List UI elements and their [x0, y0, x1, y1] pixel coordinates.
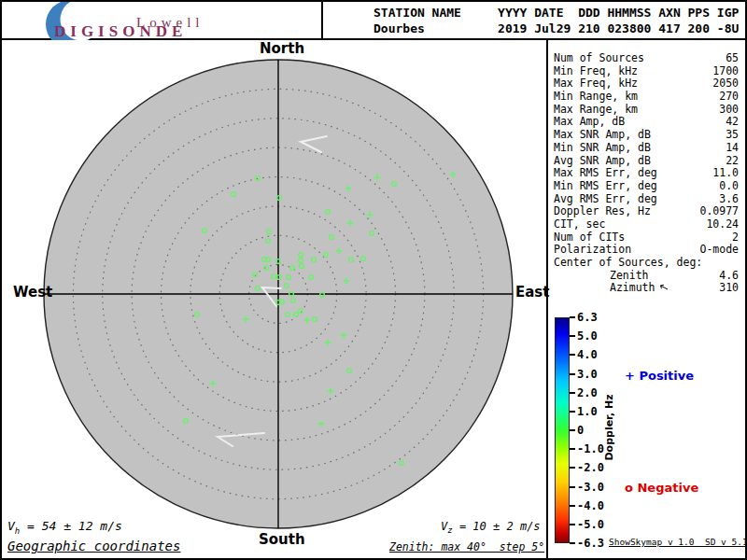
stat-label: Max Freq, kHz — [554, 77, 638, 91]
coordinates-mode-label: Geographic coordinates — [7, 539, 180, 553]
colorbar-title: Doppler, Hz — [603, 371, 616, 483]
stat-label: Center of Sources, deg: — [554, 257, 702, 270]
stat-label: Zenith — [610, 270, 649, 283]
stat-spacer — [644, 52, 726, 65]
stat-row: Avg RMS Err, deg3.6 — [550, 193, 744, 206]
software-version-label: ShowSkymap v 1.0 SD v 5.1 — [609, 537, 747, 547]
colorbar-tick-label: 1.0 — [577, 406, 598, 417]
stat-row: Max Range, km300 — [550, 104, 744, 117]
station-header-labels: STATION NAME YYYY DATE DDD HHMMSS AXN PP… — [374, 6, 739, 20]
stat-value: 42 — [726, 116, 739, 129]
stat-value: 11.0 — [712, 167, 739, 180]
stat-label: Doppler Res, Hz — [554, 205, 651, 218]
stat-spacer — [651, 155, 726, 168]
stat-value: 35 — [726, 129, 739, 142]
stat-spacer — [651, 142, 726, 155]
stat-label: Min RMS Err, deg — [554, 180, 657, 193]
colorbar-tick — [570, 467, 575, 469]
stat-label: Min Freq, kHz — [554, 65, 638, 78]
stat-row: Center of Sources, deg: — [550, 257, 744, 270]
stat-spacer — [657, 167, 713, 180]
stat-label: Polarization — [554, 244, 631, 257]
colorbar-tick-label: -1.0 — [577, 443, 604, 455]
colorbar-tick-label: -2.0 — [577, 462, 604, 473]
stat-row: Max SNR Amp, dB35 — [550, 129, 744, 142]
doppler-colorbar — [555, 317, 570, 543]
stat-spacer — [631, 244, 699, 257]
positive-doppler-legend: + Positive — [625, 369, 694, 383]
stat-value: 65 — [726, 52, 739, 65]
compass-south-label: South — [259, 531, 305, 548]
stat-spacer — [657, 193, 719, 206]
stat-value: 22 — [726, 155, 739, 168]
negative-doppler-legend: o Negative — [625, 481, 698, 495]
stat-spacer — [605, 218, 706, 231]
stat-spacer — [669, 282, 719, 295]
stat-label: Azimuth — [610, 282, 655, 295]
stat-label: Num of Sources — [554, 52, 644, 65]
colorbar-tick — [570, 316, 575, 318]
stat-value: 0.0977 — [699, 205, 739, 218]
stat-spacer — [638, 77, 712, 91]
stat-row: Min RMS Err, deg0.0 — [550, 180, 744, 193]
stat-value: 0.0 — [719, 180, 739, 193]
stat-label: Max RMS Err, deg — [554, 167, 657, 180]
header-bar: Lowell DIGISONDE STATION NAME YYYY DATE … — [0, 0, 747, 40]
stat-row: Max RMS Err, deg11.0 — [550, 167, 744, 180]
stat-row: Num of CITs2 — [550, 231, 744, 245]
colorbar-tick — [570, 542, 575, 544]
colorbar-tick — [570, 486, 575, 488]
azimuth-direction-icon — [658, 282, 669, 295]
colorbar-tick-label: 0 — [577, 425, 584, 436]
stat-row: Num of Sources65 — [550, 52, 744, 65]
stat-value: 4.6 — [719, 270, 739, 283]
stat-label: Max SNR Amp, dB — [554, 129, 651, 142]
stat-row: Min Freq, kHz1700 — [550, 65, 744, 78]
logo-text-digisonde: DIGISONDE — [54, 24, 187, 38]
stat-spacer — [625, 231, 732, 245]
colorbar-tick — [570, 373, 575, 375]
stat-spacer — [657, 180, 719, 193]
colorbar-tick-label: 2.0 — [577, 387, 598, 399]
stat-value: 2 — [732, 231, 739, 245]
stat-row: Doppler Res, Hz0.0977 — [550, 205, 744, 218]
skymap-panel: North South West East Vh = 54 ± 12 m/s G… — [0, 40, 548, 560]
stat-label: Min Range, km — [554, 91, 638, 104]
stat-spacer — [638, 91, 719, 104]
stat-row: Max Freq, kHz2050 — [550, 77, 744, 91]
colorbar-tick-label: 3.0 — [577, 369, 598, 380]
colorbar-tick-label: -6.3 — [577, 538, 604, 549]
stat-row: Avg SNR Amp, dB22 — [550, 155, 744, 168]
stat-spacer — [649, 270, 720, 283]
stat-value: 3.6 — [719, 193, 739, 206]
colorbar-tick-label: -5.0 — [577, 519, 604, 530]
stat-label: Avg RMS Err, deg — [554, 193, 657, 206]
colorbar-tick-label: -3.0 — [577, 482, 604, 493]
compass-north-label: North — [260, 40, 304, 57]
compass-west-label: West — [13, 284, 52, 301]
stat-value: 2050 — [712, 77, 739, 91]
stat-spacer — [638, 104, 719, 117]
stat-label: Num of CITs — [554, 231, 625, 245]
stat-value: 10.24 — [706, 218, 739, 231]
stat-row: Max Amp, dB42 — [550, 116, 744, 129]
colorbar-tick — [570, 505, 575, 507]
stat-label: Avg SNR Amp, dB — [554, 155, 651, 168]
colorbar-tick — [570, 524, 575, 525]
stat-value: 300 — [719, 104, 739, 117]
stat-row: Zenith4.6 — [550, 270, 744, 283]
stat-label: Max Amp, dB — [554, 116, 625, 129]
stat-label: Max Range, km — [554, 104, 638, 117]
stat-label: CIT, sec — [554, 218, 605, 231]
colorbar-tick — [570, 448, 575, 450]
stats-table: Num of Sources65Min Freq, kHz1700Max Fre… — [550, 52, 744, 295]
stat-spacer — [702, 257, 739, 270]
zenith-range-label: Zenith: max 40° step 5° — [389, 540, 544, 553]
colorbar-tick-label: -4.0 — [577, 500, 604, 511]
colorbar-tick-label: 5.0 — [577, 330, 598, 342]
stat-row: Min Range, km270 — [550, 91, 744, 104]
skymap-svg — [0, 40, 548, 560]
compass-east-label: East — [515, 284, 549, 301]
stat-label: Min SNR Amp, dB — [554, 142, 651, 155]
stat-value: 1700 — [712, 65, 739, 78]
